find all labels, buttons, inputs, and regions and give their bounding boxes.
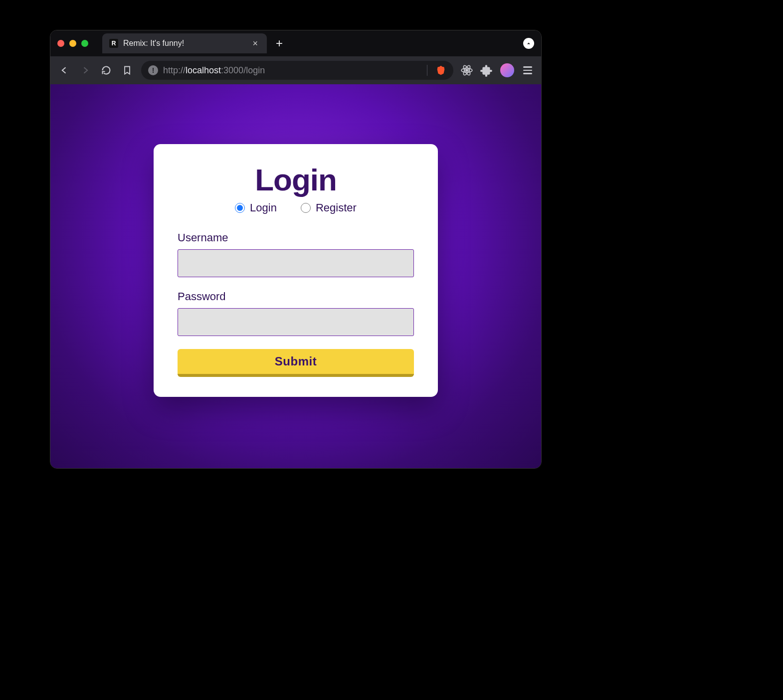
- auth-mode-radio-group: Login Register: [178, 201, 414, 214]
- url-path: /login: [243, 65, 265, 76]
- new-tab-button[interactable]: +: [272, 36, 287, 50]
- back-button[interactable]: [57, 63, 71, 77]
- password-field: Password: [178, 290, 414, 336]
- bookmark-button[interactable]: [120, 63, 134, 77]
- url-scheme: http://: [163, 65, 186, 76]
- register-radio-item[interactable]: Register: [301, 201, 357, 214]
- extensions-puzzle-icon[interactable]: [480, 64, 493, 77]
- browser-tab[interactable]: R Remix: It's funny! ×: [102, 33, 267, 53]
- minimize-window-button[interactable]: [69, 40, 76, 47]
- url-port: :3000: [221, 65, 243, 76]
- window-controls: [57, 40, 88, 47]
- submit-button[interactable]: Submit: [178, 349, 414, 377]
- browser-toolbar: ! http://localhost:3000/login: [50, 56, 541, 84]
- maximize-window-button[interactable]: [81, 40, 88, 47]
- username-input[interactable]: [178, 249, 414, 277]
- brave-shields-icon[interactable]: [523, 38, 534, 49]
- password-input[interactable]: [178, 308, 414, 336]
- brave-lion-icon[interactable]: [435, 65, 446, 76]
- register-radio[interactable]: [301, 203, 311, 213]
- page-viewport: Login Login Register Username Password: [50, 84, 541, 468]
- url-bar[interactable]: ! http://localhost:3000/login: [141, 61, 453, 80]
- username-field: Username: [178, 231, 414, 277]
- tab-bar: R Remix: It's funny! × +: [50, 30, 541, 56]
- url-host: localhost: [186, 65, 221, 76]
- username-label: Username: [178, 231, 414, 244]
- password-label: Password: [178, 290, 414, 303]
- forward-button[interactable]: [78, 63, 92, 77]
- react-devtools-icon[interactable]: [460, 64, 473, 77]
- login-radio-label: Login: [250, 201, 277, 214]
- reload-button[interactable]: [99, 63, 113, 77]
- menu-button[interactable]: [521, 64, 534, 76]
- urlbar-divider: [427, 65, 427, 76]
- register-radio-label: Register: [316, 201, 357, 214]
- tab-favicon-icon: R: [109, 39, 118, 48]
- url-text: http://localhost:3000/login: [163, 65, 419, 76]
- svg-point-0: [466, 69, 468, 71]
- login-radio[interactable]: [235, 203, 245, 213]
- close-tab-button[interactable]: ×: [250, 38, 260, 49]
- profile-avatar[interactable]: [500, 63, 514, 77]
- close-window-button[interactable]: [57, 40, 64, 47]
- browser-window: R Remix: It's funny! × + ! http://localh…: [50, 30, 542, 469]
- tab-title: Remix: It's funny!: [123, 39, 245, 48]
- login-card: Login Login Register Username Password: [154, 144, 438, 397]
- login-radio-item[interactable]: Login: [235, 201, 277, 214]
- site-info-icon[interactable]: !: [148, 65, 158, 75]
- page-title: Login: [178, 162, 414, 197]
